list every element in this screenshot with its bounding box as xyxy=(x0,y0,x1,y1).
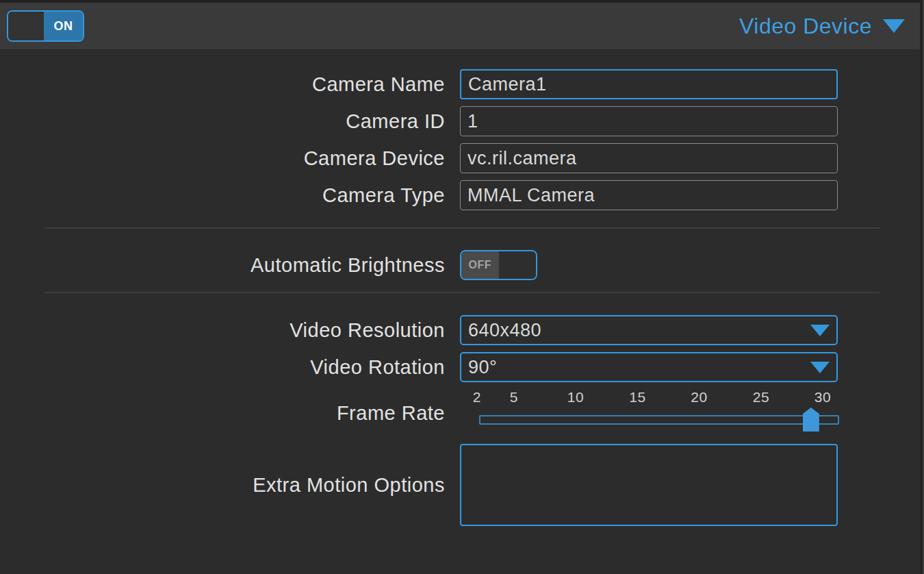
frame-rate-row: Frame Rate 2 5 10 15 20 25 30 xyxy=(0,389,924,425)
settings-form: Camera Name Camera ID Camera Device Came… xyxy=(0,49,924,526)
dropdown-arrow-icon[interactable] xyxy=(810,362,830,373)
section-header: ON Video Device xyxy=(0,3,924,49)
frame-rate-slider[interactable]: 2 5 10 15 20 25 30 xyxy=(460,389,838,425)
collapse-arrow-icon[interactable] xyxy=(883,19,905,33)
video-rotation-row: Video Rotation 90° xyxy=(0,352,924,382)
camera-name-label: Camera Name xyxy=(0,73,445,96)
camera-id-input[interactable] xyxy=(460,106,838,136)
toggle-knob xyxy=(499,251,537,279)
toggle-on-label: ON xyxy=(44,12,83,40)
toggle-off-label: OFF xyxy=(461,251,499,279)
section-divider xyxy=(44,227,880,229)
extra-motion-options-row: Extra Motion Options xyxy=(0,444,924,526)
camera-id-label: Camera ID xyxy=(0,110,445,133)
camera-type-row: Camera Type xyxy=(0,180,924,210)
slider-track[interactable] xyxy=(479,415,839,425)
camera-id-row: Camera ID xyxy=(0,106,924,136)
slider-tick-label: 15 xyxy=(629,389,645,405)
slider-tick-label: 2 xyxy=(473,389,481,405)
camera-enable-toggle[interactable]: ON xyxy=(7,10,84,42)
video-resolution-row: Video Resolution 640x480 xyxy=(0,315,924,345)
right-edge-strip xyxy=(920,0,924,574)
camera-type-input[interactable] xyxy=(460,180,838,210)
automatic-brightness-row: Automatic Brightness OFF xyxy=(0,250,924,280)
camera-device-input[interactable] xyxy=(460,143,838,173)
automatic-brightness-label: Automatic Brightness xyxy=(0,254,445,277)
slider-tick-label: 5 xyxy=(510,389,518,405)
automatic-brightness-toggle[interactable]: OFF xyxy=(460,250,537,280)
dropdown-arrow-icon[interactable] xyxy=(810,325,830,336)
video-device-section-header[interactable]: Video Device xyxy=(739,14,905,39)
slider-tick-label: 20 xyxy=(691,389,707,405)
slider-tick-label: 10 xyxy=(567,389,584,405)
slider-tick-label: 30 xyxy=(814,389,831,405)
section-divider xyxy=(44,292,880,293)
extra-motion-options-textarea[interactable] xyxy=(460,444,838,526)
video-resolution-select[interactable]: 640x480 xyxy=(460,315,838,345)
camera-device-label: Camera Device xyxy=(0,147,445,170)
slider-thumb[interactable] xyxy=(803,408,819,432)
video-rotation-select[interactable]: 90° xyxy=(460,352,838,382)
camera-name-input[interactable] xyxy=(460,69,838,99)
slider-tick-labels: 2 5 10 15 20 25 30 xyxy=(460,389,838,405)
camera-device-row: Camera Device xyxy=(0,143,924,173)
section-title-label: Video Device xyxy=(739,14,872,39)
video-resolution-value: 640x480 xyxy=(468,320,541,341)
frame-rate-label: Frame Rate xyxy=(0,402,445,425)
extra-motion-options-label: Extra Motion Options xyxy=(0,474,445,497)
camera-name-row: Camera Name xyxy=(0,69,924,99)
slider-tick-label: 25 xyxy=(753,389,769,405)
toggle-knob xyxy=(8,12,44,40)
video-rotation-label: Video Rotation xyxy=(0,356,445,379)
camera-type-label: Camera Type xyxy=(0,184,445,207)
video-resolution-label: Video Resolution xyxy=(0,319,445,342)
video-rotation-value: 90° xyxy=(468,357,497,378)
